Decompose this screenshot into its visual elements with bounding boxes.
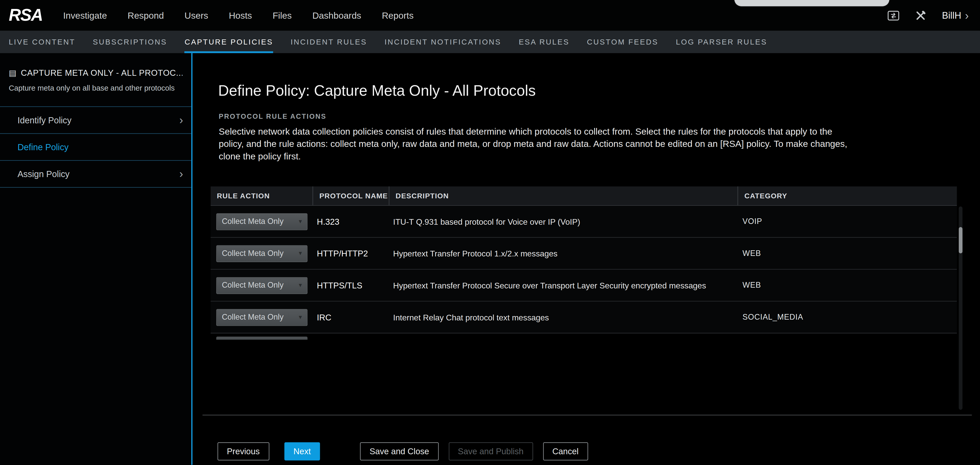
cancel-button[interactable]: Cancel [543, 442, 588, 460]
rule-action-value: Collect Meta Only [222, 249, 283, 258]
top-nav: Investigate Respond Users Hosts Files Da… [63, 10, 414, 20]
rule-action-select[interactable]: Collect Meta Only ▾ [216, 245, 307, 262]
wizard-footer-buttons: Previous Next Save and Close Save and Pu… [218, 442, 588, 460]
scrollbar-thumb[interactable] [959, 227, 963, 253]
category-cell: VOIP [738, 217, 957, 226]
rule-action-value: Collect Meta Only [222, 281, 283, 290]
step-identify-policy[interactable]: Identify Policy › [0, 107, 191, 134]
main-content: Define Policy: Capture Meta Only - All P… [194, 53, 980, 465]
table-header: RULE ACTION PROTOCOL NAME DESCRIPTION CA… [211, 186, 957, 206]
description-cell: Internet Relay Chat protocol text messag… [389, 312, 737, 322]
footer-divider [202, 415, 972, 415]
col-header-description: DESCRIPTION [389, 186, 737, 205]
description-cell: ITU-T Q.931 based protocol for Voice ove… [389, 217, 737, 226]
section-heading: PROTOCOL RULE ACTIONS [219, 113, 326, 120]
protocol-rules-table: RULE ACTION PROTOCOL NAME DESCRIPTION CA… [211, 186, 957, 340]
tab-incident-rules[interactable]: INCIDENT RULES [291, 31, 367, 53]
protocol-name-cell: H.323 [312, 217, 389, 226]
category-cell: WEB [738, 281, 957, 290]
chevron-right-icon: › [965, 10, 969, 21]
tab-capture-policies[interactable]: CAPTURE POLICIES [185, 31, 273, 53]
step-assign-policy[interactable]: Assign Policy › [0, 161, 191, 188]
tab-esa-rules[interactable]: ESA RULES [519, 31, 570, 53]
chevron-down-icon: ▾ [299, 282, 302, 288]
user-menu[interactable]: BillH › [942, 10, 969, 21]
topbar-right: BillH › [888, 9, 969, 21]
col-header-rule-action: RULE ACTION [211, 186, 312, 205]
admin-tools-icon[interactable] [915, 9, 927, 21]
description-cell: Hypertext Transfer Protocol 1.x/2.x mess… [389, 249, 737, 258]
protocol-name-cell: IRC [312, 312, 389, 322]
nav-item-hosts[interactable]: Hosts [229, 10, 252, 20]
category-cell: WEB [738, 249, 957, 258]
policy-icon: ▤ [9, 69, 16, 77]
table-row: Collect Meta Only ▾ H.323 ITU-T Q.931 ba… [211, 206, 957, 238]
policy-wizard-sidebar: ▤ CAPTURE META ONLY - ALL PROTOC... Capt… [0, 53, 192, 465]
tab-live-content[interactable]: LIVE CONTENT [9, 31, 75, 53]
chevron-right-icon: › [180, 168, 183, 180]
next-row-partial-dropdown [216, 337, 307, 340]
table-row: Collect Meta Only ▾ HTTPS/TLS Hypertext … [211, 270, 957, 302]
user-name: BillH [942, 10, 961, 21]
next-button[interactable]: Next [284, 442, 320, 460]
step-label: Identify Policy [18, 115, 72, 125]
tab-subscriptions[interactable]: SUBSCRIPTIONS [93, 31, 167, 53]
rule-action-select[interactable]: Collect Meta Only ▾ [216, 213, 307, 230]
table-row: Collect Meta Only ▾ IRC Internet Relay C… [211, 302, 957, 334]
rule-action-select[interactable]: Collect Meta Only ▾ [216, 277, 307, 294]
save-and-close-button[interactable]: Save and Close [360, 442, 439, 460]
protocol-name-cell: HTTPS/TLS [312, 280, 389, 290]
admin-tab-bar: LIVE CONTENT SUBSCRIPTIONS CAPTURE POLIC… [0, 31, 980, 53]
step-label: Assign Policy [18, 169, 70, 179]
nav-item-files[interactable]: Files [272, 10, 292, 20]
app-root: RSA Investigate Respond Users Hosts File… [0, 0, 980, 465]
nav-item-respond[interactable]: Respond [127, 10, 164, 20]
rule-action-value: Collect Meta Only [222, 313, 283, 321]
col-header-category: CATEGORY [738, 186, 957, 205]
nav-item-dashboards[interactable]: Dashboards [312, 10, 361, 20]
protocol-name-cell: HTTP/HTTP2 [312, 249, 389, 258]
chevron-down-icon: ▾ [299, 250, 302, 256]
nav-item-reports[interactable]: Reports [382, 10, 414, 20]
rule-action-value: Collect Meta Only [222, 217, 283, 226]
table-scrollbar[interactable] [959, 206, 963, 410]
step-label: Define Policy [18, 142, 68, 152]
description-cell: Hypertext Transfer Protocol Secure over … [389, 280, 737, 290]
nav-item-investigate[interactable]: Investigate [63, 10, 107, 20]
tab-custom-feeds[interactable]: CUSTOM FEEDS [587, 31, 659, 53]
rsa-logo: RSA [9, 6, 43, 25]
chevron-down-icon: ▾ [299, 314, 302, 320]
step-define-policy[interactable]: Define Policy [0, 134, 191, 161]
toast-remnant [734, 0, 889, 6]
policy-name: CAPTURE META ONLY - ALL PROTOC... [21, 68, 182, 78]
policy-description: Capture meta only on all base and other … [9, 84, 183, 93]
chevron-down-icon: ▾ [299, 218, 302, 224]
wizard-steps: Identify Policy › Define Policy Assign P… [0, 107, 191, 188]
table-row: Collect Meta Only ▾ HTTP/HTTP2 Hypertext… [211, 238, 957, 270]
col-header-protocol-name: PROTOCOL NAME [312, 186, 389, 205]
save-and-publish-button: Save and Publish [449, 442, 533, 460]
tab-log-parser-rules[interactable]: LOG PARSER RULES [676, 31, 767, 53]
section-description: Selective network data collection polici… [219, 125, 858, 163]
rule-action-select[interactable]: Collect Meta Only ▾ [216, 308, 307, 326]
jobs-icon[interactable] [888, 10, 899, 20]
page-title: Define Policy: Capture Meta Only - All P… [218, 82, 536, 99]
chevron-right-icon: › [180, 114, 183, 126]
nav-item-users[interactable]: Users [185, 10, 208, 20]
tab-incident-notifications[interactable]: INCIDENT NOTIFICATIONS [385, 31, 501, 53]
policy-summary: ▤ CAPTURE META ONLY - ALL PROTOC... Capt… [0, 53, 191, 107]
previous-button[interactable]: Previous [218, 442, 269, 460]
top-bar: RSA Investigate Respond Users Hosts File… [0, 0, 980, 31]
category-cell: SOCIAL_MEDIA [738, 313, 957, 321]
